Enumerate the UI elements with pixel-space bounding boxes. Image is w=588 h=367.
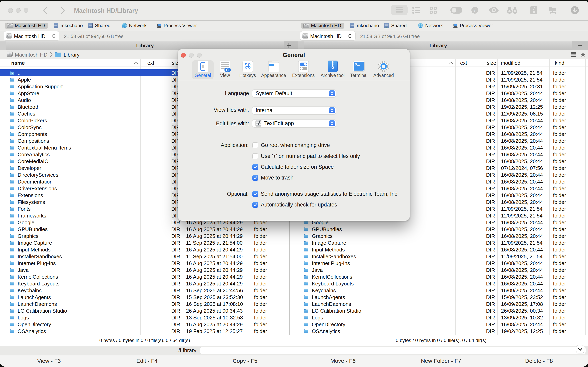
svg-text:i: i — [474, 8, 476, 13]
svg-text:⌘: ⌘ — [244, 62, 251, 70]
